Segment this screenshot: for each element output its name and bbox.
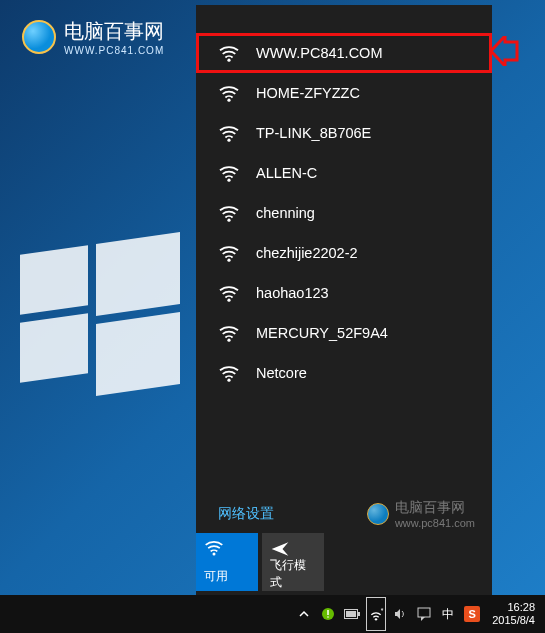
wifi-icon [204, 539, 224, 557]
wifi-tile-label: 可用 [204, 568, 228, 585]
wifi-icon [218, 204, 240, 222]
svg-rect-14 [346, 611, 356, 617]
network-ssid: chezhijie2202-2 [256, 245, 358, 261]
airplane-tile-label: 飞行模式 [270, 557, 316, 591]
svg-rect-17 [418, 608, 430, 617]
watermark-title: 电脑百事网 [395, 499, 475, 517]
action-center-icon[interactable] [412, 595, 436, 633]
network-item-8[interactable]: Netcore [196, 353, 492, 393]
watermark-sub: www.pc841.com [395, 517, 475, 529]
tray-overflow-icon[interactable] [292, 595, 316, 633]
battery-icon[interactable] [340, 595, 364, 633]
sogou-ime-icon[interactable]: S [460, 595, 484, 633]
wifi-icon [218, 364, 240, 382]
wifi-icon [218, 284, 240, 302]
svg-point-3 [227, 179, 230, 182]
network-ssid: HOME-ZFYZZC [256, 85, 360, 101]
svg-point-8 [227, 379, 230, 382]
airplane-icon [270, 539, 290, 557]
svg-point-0 [227, 59, 230, 62]
network-ssid: TP-LINK_8B706E [256, 125, 371, 141]
globe-icon [22, 20, 56, 54]
svg-point-5 [227, 259, 230, 262]
wifi-icon [218, 44, 240, 62]
taskbar-clock[interactable]: 16:28 2015/8/4 [484, 597, 545, 630]
network-list: WWW.PC841.COM HOME-ZFYZZC TP-LINK_8B706E… [196, 5, 492, 499]
brand-watermark-overlay: 电脑百事网 www.pc841.com [367, 499, 475, 529]
svg-point-1 [227, 99, 230, 102]
wifi-icon [218, 324, 240, 342]
svg-point-4 [227, 219, 230, 222]
airplane-tile[interactable]: 飞行模式 [262, 533, 324, 591]
network-item-6[interactable]: haohao123 [196, 273, 492, 313]
callout-arrow [489, 36, 519, 66]
network-item-2[interactable]: TP-LINK_8B706E [196, 113, 492, 153]
network-item-4[interactable]: chenning [196, 193, 492, 233]
network-ssid: haohao123 [256, 285, 329, 301]
network-tray-icon[interactable]: * [364, 595, 388, 633]
network-item-7[interactable]: MERCURY_52F9A4 [196, 313, 492, 353]
svg-point-11 [327, 616, 329, 618]
system-tray: * 中 S 16:28 2015/8/4 [292, 595, 545, 633]
quick-tiles: 可用 飞行模式 [196, 533, 492, 595]
svg-point-2 [227, 139, 230, 142]
brand-watermark-top: 电脑百事网 WWW.PC841.COM [22, 18, 164, 56]
svg-point-9 [212, 552, 215, 555]
wifi-icon [218, 84, 240, 102]
taskbar: * 中 S 16:28 2015/8/4 [0, 595, 545, 633]
windows-logo [20, 230, 180, 390]
wifi-tile[interactable]: 可用 [196, 533, 258, 591]
network-item-3[interactable]: ALLEN-C [196, 153, 492, 193]
wifi-icon [218, 164, 240, 182]
network-ssid: chenning [256, 205, 315, 221]
network-ssid: MERCURY_52F9A4 [256, 325, 388, 341]
svg-point-6 [227, 299, 230, 302]
svg-text:*: * [381, 607, 384, 614]
network-ssid: Netcore [256, 365, 307, 381]
brand-title: 电脑百事网 [64, 18, 164, 45]
security-icon[interactable] [316, 595, 340, 633]
network-ssid: WWW.PC841.COM [256, 45, 382, 61]
svg-rect-13 [358, 612, 360, 616]
network-item-1[interactable]: HOME-ZFYZZC [196, 73, 492, 113]
volume-icon[interactable] [388, 595, 412, 633]
wifi-icon [218, 244, 240, 262]
network-item-0[interactable]: WWW.PC841.COM [196, 33, 492, 73]
brand-subtitle: WWW.PC841.COM [64, 45, 164, 56]
wifi-icon [218, 124, 240, 142]
network-ssid: ALLEN-C [256, 165, 317, 181]
clock-date: 2015/8/4 [492, 614, 535, 627]
ime-indicator[interactable]: 中 [436, 595, 460, 633]
svg-point-7 [227, 339, 230, 342]
network-item-5[interactable]: chezhijie2202-2 [196, 233, 492, 273]
svg-point-15 [375, 618, 377, 620]
clock-time: 16:28 [492, 601, 535, 614]
